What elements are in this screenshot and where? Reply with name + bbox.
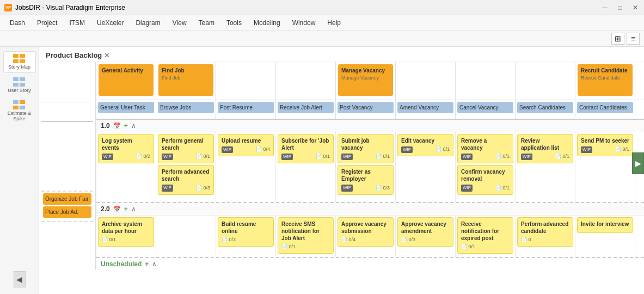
task-expired-footer: 📄 0/1	[461, 244, 510, 250]
sidebar-item-estimate[interactable]: Estimate & Spike	[3, 98, 36, 124]
task-build-resume[interactable]: Build resume online 📄 0/3	[218, 217, 274, 247]
task-confirm-removal[interactable]: Confirm vacancy removal WIP 📄 0/1	[457, 165, 513, 194]
task-log-footer: WIP 📄 0/2	[102, 154, 150, 160]
task-approve-submission[interactable]: Approve vacancy submission 📄 0/4	[338, 217, 394, 247]
story-col-8: Contact Candidates	[575, 100, 635, 119]
epic-card-manage[interactable]: Manage Vacancy Manage Vacancy	[338, 64, 393, 96]
sprint2-add-btn[interactable]: +	[124, 205, 128, 213]
user-story-row: General User Task Browse Jobs Post Resum…	[96, 100, 644, 120]
sidebar-item-story-map[interactable]: Story Map	[3, 51, 36, 73]
close-button[interactable]: ✕	[631, 3, 640, 12]
sprint2-cal-icon[interactable]: 📅	[113, 206, 121, 213]
task-remove-count: 📄 0/1	[495, 154, 510, 160]
menu-view[interactable]: View	[167, 17, 192, 29]
epic-manage-vacancy: Manage Vacancy Manage Vacancy	[336, 62, 396, 100]
menu-uexceler[interactable]: UeXceler	[91, 17, 129, 29]
scroll-left-arrow[interactable]: ◀	[14, 271, 26, 287]
backlog-item-place[interactable]: Place Job Ad.	[43, 206, 91, 218]
sidebar-item-user-story[interactable]: User Story	[3, 75, 36, 96]
unscheduled-label: Unscheduled	[101, 260, 142, 268]
task-edit-count: 📄 0/1	[436, 146, 450, 153]
backlog-item-organize[interactable]: Organize Job Fair	[43, 193, 91, 205]
task-send-pm-title: Send PM to seeker	[581, 137, 629, 144]
task-expired-post[interactable]: Receive notification for expired post 📄 …	[457, 217, 513, 254]
unscheduled-add-btn[interactable]: +	[145, 260, 149, 268]
maximize-button[interactable]: □	[616, 3, 624, 12]
sprint1-add-btn[interactable]: +	[124, 122, 128, 130]
story-post-resume[interactable]: Post Resume	[218, 102, 274, 113]
epic-card-recruit[interactable]: Recruit Candidate Recruit Candidate	[578, 64, 633, 96]
sprint2-collapse-btn[interactable]: ∧	[131, 205, 136, 213]
task-upload-resume[interactable]: Upload resume WIP 📄 0/4	[218, 134, 274, 156]
task-advanced-search-title: Perform advanced search	[162, 168, 210, 182]
task-build-resume-footer: 📄 0/3	[222, 237, 270, 243]
app-title: JobsDIR - Visual Paradigm Enterprise	[15, 4, 125, 11]
story-general-user[interactable]: General User Task	[98, 102, 154, 113]
task-sms-count: 📄 0/1	[281, 244, 296, 250]
epic-empty-3	[276, 62, 336, 100]
unscheduled-collapse-btn[interactable]: ∧	[152, 260, 157, 268]
task-approve-amendment[interactable]: Approve vacancy amendment 📄 0/3	[397, 217, 453, 247]
task-advanced-search-footer: WIP 📄 0/3	[162, 185, 210, 191]
sprint1-col7: Review application list WIP 📄 0/1	[516, 132, 575, 202]
task-adv-candidate-title: Perform advanced candidate	[521, 220, 569, 235]
toolbar-list-btn[interactable]: ≡	[627, 33, 640, 45]
sprint1-collapse-btn[interactable]: ∧	[131, 122, 136, 130]
story-search-candidates[interactable]: Search Candidates	[517, 102, 573, 113]
task-general-search-footer: WIP 📄 0/1	[162, 154, 210, 160]
task-log-system[interactable]: Log system events WIP 📄 0/2	[98, 134, 154, 163]
backlog-close[interactable]: ✕	[104, 52, 109, 59]
menu-window[interactable]: Window	[287, 17, 321, 29]
sprint1-number: 1.0	[101, 122, 110, 130]
menu-dash[interactable]: Dash	[4, 17, 30, 29]
menu-project[interactable]: Project	[32, 17, 63, 29]
task-subscribe-alert[interactable]: Subscribe for 'Job Alert WIP 📄 0/1	[278, 134, 334, 163]
toolbar-grid-btn[interactable]: ⊞	[611, 33, 624, 45]
story-job-alert[interactable]: Receive Job Alert	[278, 102, 334, 113]
story-col-3: Receive Job Alert	[276, 100, 336, 119]
menu-help[interactable]: Help	[322, 17, 346, 29]
task-edit-vacancy[interactable]: Edit vacancy WIP 📄 0/1	[397, 134, 453, 156]
sprint1-cal-icon[interactable]: 📅	[113, 122, 121, 130]
menu-modeling[interactable]: Modeling	[248, 17, 286, 29]
task-archive-footer: 📄 0/1	[102, 237, 150, 243]
task-sms-notification[interactable]: Receive SMS notification for Job Alert 📄…	[278, 217, 334, 254]
story-contact-candidates[interactable]: Contact Candidates	[577, 102, 633, 113]
task-register-employer[interactable]: Register as Employer WIP 📄 0/3	[338, 165, 394, 194]
task-advanced-search-wip: WIP	[162, 185, 173, 191]
story-post-vacancy[interactable]: Post Vacancy	[338, 102, 394, 113]
story-amend-vacancy[interactable]: Amend Vacancy	[397, 102, 453, 113]
menu-diagram[interactable]: Diagram	[130, 17, 165, 29]
scroll-right-arrow[interactable]: ▶	[632, 152, 644, 174]
task-general-search-wip: WIP	[162, 154, 173, 160]
task-submit-vacancy[interactable]: Submit job vacancy WIP 📄 0/1	[338, 134, 394, 163]
task-register-title: Register as Employer	[341, 168, 390, 182]
unscheduled-header: Unscheduled + ∧	[96, 258, 644, 270]
task-general-search-title: Perform general search	[162, 137, 210, 151]
sprint2-col9	[635, 216, 644, 257]
title-bar: VP JobsDIR - Visual Paradigm Enterprise …	[0, 0, 644, 15]
task-remove-vacancy[interactable]: Remove a vacancy WIP 📄 0/1	[457, 134, 513, 163]
epic-card-general[interactable]: General Activity	[99, 64, 154, 96]
backlog-item-place-title: Place Job Ad.	[45, 209, 78, 215]
epic-card-findjob[interactable]: Find Job Find Job	[158, 64, 213, 96]
story-browse-jobs[interactable]: Browse Jobs	[158, 102, 214, 113]
epic-empty-5	[396, 62, 456, 100]
app-icon: VP	[4, 4, 12, 11]
epic-recruit: Recruit Candidate Recruit Candidate	[575, 62, 635, 100]
task-general-search[interactable]: Perform general search WIP 📄 0/1	[158, 134, 214, 163]
task-invite-interview[interactable]: Invite for interview	[577, 217, 633, 233]
story-cancel-vacancy[interactable]: Cancel Vacancy	[457, 102, 513, 113]
minimize-button[interactable]: ─	[600, 3, 609, 12]
menu-itsm[interactable]: ITSM	[64, 17, 90, 29]
task-advanced-candidate[interactable]: Perform advanced candidate 📄 0	[517, 217, 573, 247]
story-col-5: Amend Vacancy	[396, 100, 456, 119]
task-review-app[interactable]: Review application list WIP 📄 0/1	[517, 134, 573, 163]
task-advanced-search[interactable]: Perform advanced search WIP 📄 0/3	[158, 165, 214, 194]
menu-tools[interactable]: Tools	[221, 17, 247, 29]
menu-team[interactable]: Team	[193, 17, 220, 29]
task-sms-footer: 📄 0/1	[281, 244, 330, 250]
task-send-pm[interactable]: Send PM to seeker WIP 📄 0/1	[577, 134, 633, 156]
task-approve-amend-count: 📄 0/3	[401, 237, 415, 243]
task-archive-data[interactable]: Archive system data per hour 📄 0/1	[98, 217, 154, 247]
